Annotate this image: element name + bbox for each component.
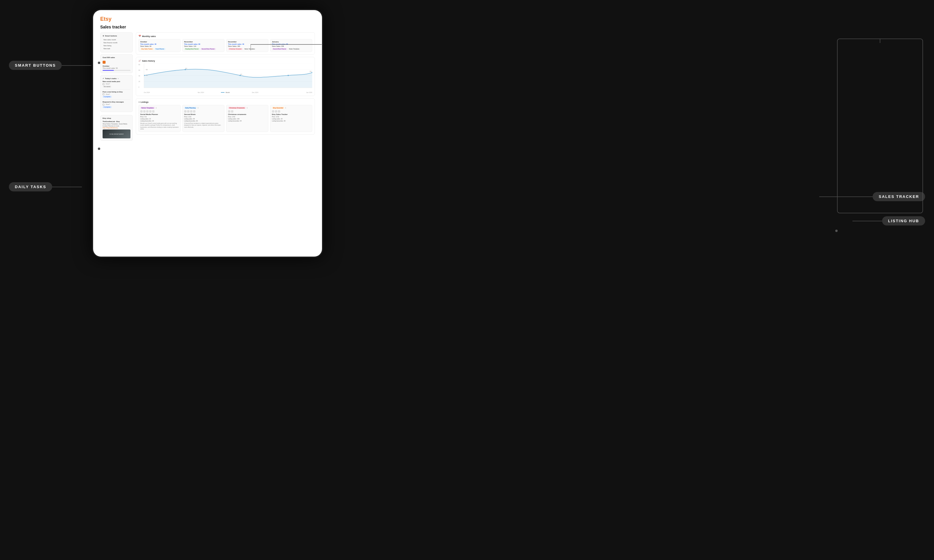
listing-icon-c <box>146 110 148 112</box>
tag-oct-2[interactable]: Travel Planner <box>154 48 165 50</box>
task-done-1: Done? <box>103 83 131 85</box>
listing-header-1: Notion Templates 1 <box>140 107 179 109</box>
month-name-jan: January <box>272 41 310 43</box>
october-subtitle: This month sales: 50 <box>103 67 131 69</box>
listing-header-2: Daily Planning 1 <box>184 107 223 109</box>
chart-point-4 <box>288 75 289 76</box>
etsy-logo[interactable]: Etsy <box>100 16 315 22</box>
tag-oct-1[interactable]: Etsy Sales Tracker <box>140 48 154 50</box>
shop-link[interactable]: https://thegoodieslab.etsy... <box>103 127 131 129</box>
y-label-80: 80 <box>139 64 143 66</box>
month-cell-october: October This month sales: 30 Store Sales… <box>139 39 180 52</box>
x-label-jan: Jan 2025 <box>306 92 312 93</box>
listing-icons-1 <box>140 110 179 112</box>
smart-buttons-icon: ⊕ <box>103 35 104 37</box>
chart-icon: 📈 <box>139 60 141 62</box>
listing-icon-2a <box>184 110 186 112</box>
listing-card-3: Christmas Ornaments 1 Christmas ornament… <box>226 105 268 132</box>
new-task-btn[interactable]: New task <box>103 47 131 50</box>
monthly-sales-title: 📅 Monthly sales <box>139 35 312 37</box>
listings-title: ≡ Listings <box>139 101 312 103</box>
task-badge-3: In progress <box>103 106 112 108</box>
chart-area-fill <box>144 69 312 88</box>
legend-label: Month <box>226 92 230 93</box>
listing-tag-2[interactable]: Daily Planning <box>184 107 197 109</box>
smart-buttons-line <box>62 65 91 66</box>
listing-card-4: Etsy Essential 1 Etsy Sales Tracker Pric… <box>270 105 312 132</box>
month-tags-jan: Second Brain Planner Notion Templates <box>272 48 310 50</box>
task-item-1: New social media post Done? Not started <box>103 81 131 89</box>
sales-tracker-annotation: SALES TRACKER <box>819 192 925 201</box>
svg-rect-13 <box>837 39 923 213</box>
listing-sales-4: Listing sales: 20 <box>272 118 310 120</box>
page-title: Sales tracker <box>100 25 315 29</box>
smart-buttons-label: SMART BUTTONS <box>9 61 62 70</box>
tag-jan-2[interactable]: Notion Templates <box>288 48 301 50</box>
month-cell-november: November This month sales: 60 Store Sale… <box>182 39 225 52</box>
task-checkbox-2[interactable] <box>103 93 104 95</box>
svg-text:60: 60 <box>146 75 148 77</box>
listing-fav-1: Listing favourites: 20 <box>140 120 179 122</box>
listing-header-4: Etsy Essential 1 <box>272 107 310 109</box>
chart-area: 80 60 60 40 56 <box>144 64 312 88</box>
tag-nov-2[interactable]: Second Brain Planner <box>200 48 216 50</box>
listing-icon-4c <box>278 110 280 112</box>
sales-tracker-line <box>819 197 872 197</box>
smart-buttons-title: ⊕ Smart buttons <box>103 35 131 37</box>
listing-count-1: 1 <box>156 107 157 109</box>
listing-icon-3b <box>231 110 233 112</box>
listing-icon-4b <box>275 110 277 112</box>
month-tags-oct: Etsy Sales Tracker Travel Planner <box>140 48 179 50</box>
list-icon: ≡ <box>139 101 140 103</box>
listing-card-2: Daily Planning 1 Second Brain <box>182 105 225 132</box>
task-checkbox-1[interactable] <box>103 83 104 85</box>
month-name-oct: October <box>140 41 179 43</box>
listing-icon-b <box>143 110 146 112</box>
task-name-3: Respond to Etsy messages <box>103 101 131 103</box>
task-done-2: Done? <box>103 93 131 95</box>
task-badge-2: In progress <box>103 96 112 98</box>
listing-header-3: Christmas Ornaments 1 <box>228 107 267 109</box>
listing-card-1: Notion Templates 1 S <box>139 105 180 132</box>
legend-line <box>221 92 225 93</box>
listing-count-4: 1 <box>285 107 286 109</box>
task-badge-1: Not started <box>103 86 111 88</box>
october-section: October This month sales: 50 <box>103 65 131 71</box>
progress-fill <box>103 70 114 71</box>
month-stat-jan: This month sales: 56 <box>272 43 310 45</box>
goal-tag <box>103 61 106 64</box>
sales-history-title: 📈 Sales history <box>139 60 312 62</box>
tag-dec-1[interactable]: Christmas Ornament <box>228 48 243 50</box>
listing-hub-annotation: LISTING HUB <box>852 216 925 226</box>
tag-nov-1[interactable]: Reading Book Planner <box>184 48 200 50</box>
task-checkbox-3[interactable] <box>103 104 104 106</box>
listing-tag-3[interactable]: Christmas Ornaments <box>228 107 246 109</box>
etsy-shop-card: Etsy shop TheGoodiesLab · Etsy Shop Noti… <box>100 115 133 141</box>
listing-price-1: Price: 5 $ <box>140 116 179 118</box>
sales-tracker-box <box>837 38 923 213</box>
listing-icon-2d <box>193 110 196 112</box>
listing-price-4: Price: 20 $ <box>272 116 310 118</box>
listing-icon-4a <box>272 110 274 112</box>
listing-tag-4[interactable]: Etsy Essential <box>272 107 284 109</box>
sales-tracker-label: SALES TRACKER <box>872 192 925 201</box>
calendar-icon: 📅 <box>139 35 141 37</box>
progress-bar <box>103 70 131 71</box>
listing-name-4: Etsy Sales Tracker <box>272 114 310 115</box>
listing-icons-2 <box>184 110 223 112</box>
new-sales-month-btn[interactable]: New sales month <box>103 38 131 41</box>
new-finance-month-btn[interactable]: New finance month <box>103 41 131 44</box>
listing-fav-3: Listing favourites: 54 <box>228 120 267 122</box>
today-tasks-card: ✓ Today's tasks ▼ New social media post … <box>100 75 133 112</box>
x-label-nov: Nov 2024 <box>198 92 204 93</box>
listing-fav-4: Listing favourites: 30 <box>272 120 310 122</box>
tag-jan-1[interactable]: Second Brain Planner <box>272 48 287 50</box>
tag-dec-2[interactable]: Notion Templates <box>244 48 256 50</box>
listing-tag-1[interactable]: Notion Templates <box>140 107 155 109</box>
goal-sales-title: Goal 500 sales <box>103 57 131 58</box>
task-name-2: Post a new listing on Etsy <box>103 91 131 93</box>
new-listing-btn[interactable]: New listing <box>103 44 131 47</box>
month-stat-oct: This month sales: 30 <box>140 43 179 45</box>
listing-name-1: Social Media Planner <box>140 114 179 115</box>
listing-count-2: 1 <box>197 107 198 109</box>
